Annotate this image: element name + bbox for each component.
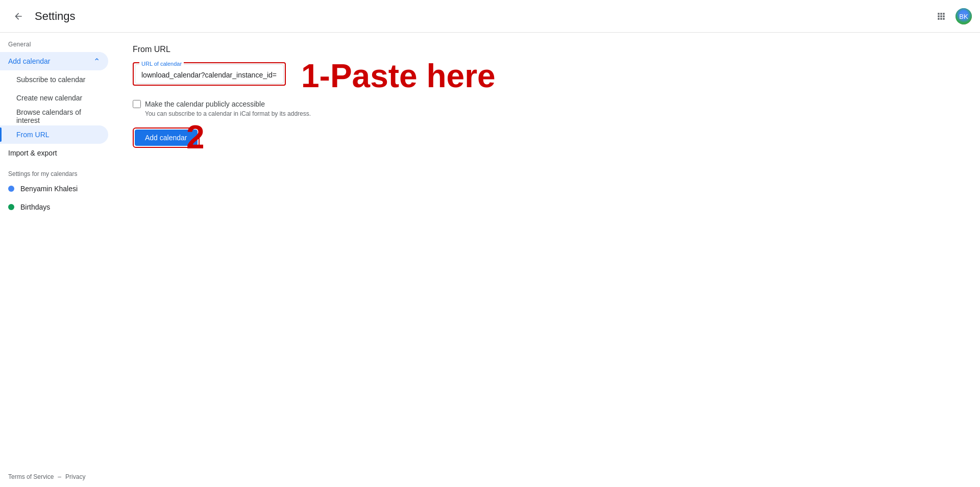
hint-text: You can subscribe to a calendar in iCal … (145, 110, 960, 117)
footer-separator: – (58, 473, 61, 480)
sidebar-item-import-export[interactable]: Import & export (0, 144, 108, 162)
annotation-paste-here: 1-Paste here (301, 57, 496, 95)
sidebar-item-from-url[interactable]: From URL (0, 125, 108, 144)
add-calendar-btn-container: Add calendar (133, 127, 200, 148)
sidebar-item-benyamin[interactable]: Benyamin Khalesi (0, 180, 108, 198)
sidebar-general-label: General (0, 37, 112, 52)
url-input-wrapper: URL of calendar (135, 64, 284, 84)
sidebar-import-export-label: Import & export (8, 149, 57, 157)
chevron-up-icon: ⌃ (93, 57, 100, 66)
make-public-label[interactable]: Make the calendar publicly accessible (145, 100, 265, 108)
from-url-title: From URL (133, 45, 960, 54)
add-calendar-button[interactable]: Add calendar (135, 130, 198, 146)
benyamin-dot (8, 186, 14, 192)
sidebar-item-browse[interactable]: Browse calendars of interest (0, 107, 108, 125)
active-bar (0, 127, 2, 142)
birthdays-dot (8, 204, 14, 210)
sidebar-item-create-new[interactable]: Create new calendar (0, 89, 108, 107)
sidebar-settings-my-calendars-label: Settings for my calendars (0, 162, 112, 180)
url-input[interactable] (141, 69, 277, 79)
make-public-checkbox[interactable] (133, 100, 141, 108)
sidebar-browse-label: Browse calendars of interest (16, 108, 100, 124)
main-layout: General Add calendar ⌃ Subscribe to cale… (0, 33, 980, 487)
footer: Terms of Service – Privacy (0, 467, 980, 487)
topbar-right: BK (931, 6, 972, 27)
svg-text:BK: BK (959, 13, 968, 20)
sidebar-benyamin-label: Benyamin Khalesi (20, 185, 78, 193)
url-input-container: URL of calendar (133, 62, 286, 86)
url-input-label: URL of calendar (139, 61, 184, 67)
sidebar-from-url-label: From URL (16, 131, 50, 139)
sidebar-subscribe-label: Subscribe to calendar (16, 75, 85, 84)
make-public-row: Make the calendar publicly accessible (133, 100, 960, 108)
sidebar-create-new-label: Create new calendar (16, 94, 82, 102)
topbar: Settings BK (0, 0, 980, 33)
terms-link[interactable]: Terms of Service (8, 473, 54, 480)
sidebar-birthdays-label: Birthdays (20, 203, 50, 211)
page-title: Settings (35, 10, 76, 23)
privacy-link[interactable]: Privacy (65, 473, 85, 480)
sidebar-item-subscribe[interactable]: Subscribe to calendar (0, 70, 108, 89)
avatar[interactable]: BK (955, 8, 972, 24)
sidebar-add-calendar-label: Add calendar (8, 57, 51, 65)
topbar-left: Settings (8, 6, 76, 27)
apps-icon[interactable] (931, 6, 951, 27)
sidebar-item-add-calendar[interactable]: Add calendar ⌃ (0, 52, 108, 70)
sidebar-item-birthdays[interactable]: Birthdays (0, 198, 108, 216)
back-button[interactable] (8, 6, 29, 27)
sidebar: General Add calendar ⌃ Subscribe to cale… (0, 33, 112, 487)
main-content: From URL URL of calendar 1-Paste here Ma… (112, 33, 980, 487)
